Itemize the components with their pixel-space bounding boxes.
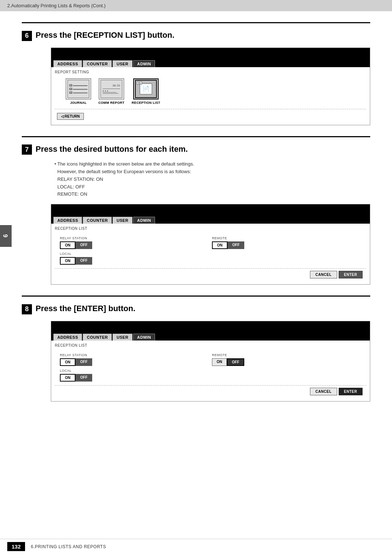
step7-heading: 7 Press the desired buttons for each ite… bbox=[22, 144, 370, 155]
comm-report-icon-item[interactable]: 10:31 COMM REPORT bbox=[98, 78, 124, 105]
step8-relay-off-btn[interactable]: OFF bbox=[75, 358, 92, 366]
step8-rule bbox=[22, 296, 370, 297]
step8-number: 8 bbox=[22, 304, 32, 314]
step8-remote-on-off: ON OFF bbox=[212, 358, 361, 366]
local-section: LOCAL ON OFF bbox=[58, 250, 211, 266]
step8-remote-on-btn[interactable]: ON bbox=[212, 358, 227, 366]
step7-line4: REMOTE: ON bbox=[57, 191, 370, 198]
step8-title: Press the [ENTER] button. bbox=[36, 304, 135, 313]
step8-screen: ADDRESS COUNTER USER ADMIN RECEPTION LIS… bbox=[51, 321, 370, 402]
step8-local-label: LOCAL bbox=[60, 369, 209, 372]
step8-screen-content: RECEPTION LIST RELAY STATION ON OFF REMO… bbox=[51, 341, 370, 401]
reception-list-icon-box[interactable]: 01 📄 bbox=[133, 78, 159, 99]
footer-text: 6.PRINTING LISTS AND REPORTS bbox=[31, 544, 106, 549]
tab-user-s7[interactable]: USER bbox=[113, 217, 132, 224]
tab-counter-s8[interactable]: COUNTER bbox=[83, 334, 112, 341]
step8-reception-content: RELAY STATION ON OFF REMOTE ON OFF bbox=[55, 350, 366, 385]
step7-screen: ADDRESS COUNTER USER ADMIN RECEPTION LIS… bbox=[51, 204, 370, 285]
step8-remote-off-btn[interactable]: OFF bbox=[227, 358, 244, 366]
local-on-btn[interactable]: ON bbox=[60, 257, 75, 265]
remote-on-off: ON OFF bbox=[212, 241, 361, 249]
step8-enter-btn[interactable]: ENTER bbox=[339, 388, 363, 395]
step7-screen-content: RECEPTION LIST RELAY STATION ON OFF REMO… bbox=[51, 224, 370, 284]
remote-section: REMOTE ON OFF bbox=[211, 235, 363, 250]
remote-label: REMOTE bbox=[212, 236, 361, 240]
step8-action-bar: CANCEL ENTER bbox=[55, 385, 366, 398]
step7-bullet-main: • The icons highlighted in the screen be… bbox=[54, 161, 370, 167]
comm-report-label: COMM REPORT bbox=[98, 101, 124, 105]
tab-admin-s7[interactable]: ADMIN bbox=[133, 217, 155, 224]
step8-local-section: LOCAL ON OFF bbox=[58, 367, 211, 383]
step8-remote-section: REMOTE ON OFF bbox=[211, 352, 363, 367]
step6-tab-bar: ADDRESS COUNTER USER ADMIN bbox=[51, 59, 370, 67]
comm-icon: 10:31 bbox=[101, 80, 122, 98]
return-btn[interactable]: ◁ RETURN bbox=[57, 113, 84, 120]
step8-screen-top bbox=[51, 321, 370, 332]
step8-relay-on-off: ON OFF bbox=[60, 358, 209, 366]
remote-on-btn[interactable]: ON bbox=[212, 241, 228, 249]
step7-section-label: RECEPTION LIST bbox=[55, 227, 366, 231]
local-label: LOCAL bbox=[60, 252, 209, 256]
tab-counter-s6[interactable]: COUNTER bbox=[83, 60, 112, 67]
tab-user-s6[interactable]: USER bbox=[113, 60, 132, 67]
step6-divider bbox=[55, 109, 366, 109]
step8-tab-bar: ADDRESS COUNTER USER ADMIN bbox=[51, 332, 370, 341]
tab-user-s8[interactable]: USER bbox=[113, 334, 132, 341]
comm-report-icon-box[interactable]: 10:31 bbox=[99, 78, 124, 99]
step7-tab-bar: ADDRESS COUNTER USER ADMIN bbox=[51, 215, 370, 224]
step7-bullets: • The icons highlighted in the screen be… bbox=[54, 161, 370, 198]
side-tab: 6 bbox=[0, 225, 12, 247]
step7-title: Press the desired buttons for each item. bbox=[36, 144, 188, 154]
report-icons-row: OK OK OK bbox=[55, 76, 366, 107]
relay-on-btn[interactable]: ON bbox=[60, 241, 75, 249]
step8-heading: 8 Press the [ENTER] button. bbox=[22, 304, 370, 314]
step7-cancel-btn[interactable]: CANCEL bbox=[310, 271, 337, 278]
tab-admin-s6[interactable]: ADMIN bbox=[133, 60, 155, 67]
step7-action-bar: CANCEL ENTER bbox=[55, 268, 366, 281]
return-label: RETURN bbox=[65, 114, 80, 118]
step7-reception-content: RELAY STATION ON OFF REMOTE ON OFF bbox=[55, 233, 366, 268]
tab-counter-s7[interactable]: COUNTER bbox=[83, 217, 112, 224]
step7-line1: However, the default setting for Europea… bbox=[57, 168, 370, 176]
step7-screen-top bbox=[51, 204, 370, 215]
step8-local-on-off: ON OFF bbox=[60, 374, 209, 382]
step8-local-on-btn[interactable]: ON bbox=[60, 374, 75, 382]
header-bar: 2.Automatically Printing Lists & Reports… bbox=[0, 0, 392, 11]
remote-off-btn[interactable]: OFF bbox=[228, 241, 244, 249]
journal-icon: OK OK OK bbox=[68, 80, 89, 98]
tab-address-s8[interactable]: ADDRESS bbox=[53, 334, 82, 341]
journal-icon-item[interactable]: OK OK OK bbox=[66, 78, 91, 105]
step8-remote-label: REMOTE bbox=[212, 353, 361, 357]
journal-icon-box[interactable]: OK OK OK bbox=[66, 78, 91, 99]
journal-label: JOURNAL bbox=[70, 101, 87, 105]
breadcrumb: 2.Automatically Printing Lists & Reports… bbox=[7, 3, 106, 8]
reception-list-label: RECEPTION LIST bbox=[132, 101, 160, 105]
step8-cancel-btn[interactable]: CANCEL bbox=[310, 388, 337, 395]
return-arrow-icon: ◁ bbox=[61, 114, 64, 118]
page-number: 132 bbox=[7, 542, 25, 551]
step6-rule bbox=[22, 22, 370, 23]
relay-station-section: RELAY STATION ON OFF bbox=[58, 235, 211, 250]
step6-screen: ADDRESS COUNTER USER ADMIN REPORT SETTIN… bbox=[51, 48, 370, 125]
tab-admin-s8[interactable]: ADMIN bbox=[133, 334, 155, 341]
step6-screen-top bbox=[51, 48, 370, 59]
step7-bullet-lines: However, the default setting for Europea… bbox=[57, 168, 370, 198]
tab-address-s7[interactable]: ADDRESS bbox=[53, 217, 82, 224]
tab-address-s6[interactable]: ADDRESS bbox=[53, 60, 82, 67]
step7-line2: RELAY STATION: ON bbox=[57, 176, 370, 183]
step6-section-label: REPORT SETTING bbox=[55, 70, 366, 74]
step8-local-off-btn[interactable]: OFF bbox=[75, 374, 92, 382]
step6-heading: 6 Press the [RECEPTION LIST] button. bbox=[22, 30, 370, 41]
local-on-off: ON OFF bbox=[60, 257, 209, 265]
local-off-btn[interactable]: OFF bbox=[75, 257, 92, 265]
step8-relay-station-label: RELAY STATION bbox=[60, 353, 209, 357]
reception-list-icon-item[interactable]: 01 📄 RECEPTION LIST bbox=[132, 78, 160, 105]
step8-relay-on-btn[interactable]: ON bbox=[60, 358, 75, 366]
step7-enter-btn[interactable]: ENTER bbox=[339, 271, 363, 278]
step8-relay-station-section: RELAY STATION ON OFF bbox=[58, 352, 211, 367]
step6-title: Press the [RECEPTION LIST] button. bbox=[36, 30, 175, 40]
relay-off-btn[interactable]: OFF bbox=[75, 241, 92, 249]
relay-station-label: RELAY STATION bbox=[60, 236, 209, 240]
main-content: 6 Press the [RECEPTION LIST] button. ADD… bbox=[0, 11, 392, 427]
step8-section-label: RECEPTION LIST bbox=[55, 343, 366, 347]
